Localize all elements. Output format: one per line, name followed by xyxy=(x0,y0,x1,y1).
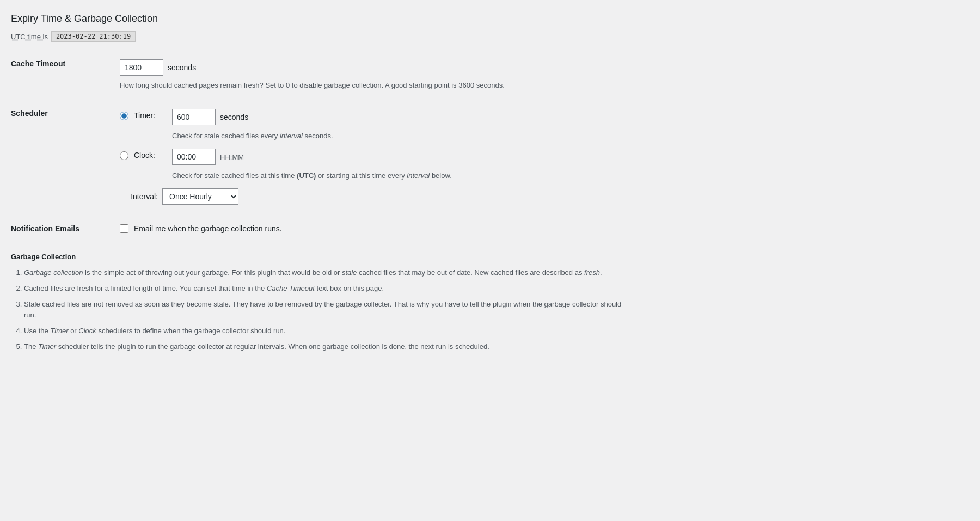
spacer-row-2 xyxy=(11,209,969,220)
notification-row: Email me when the garbage collection run… xyxy=(120,224,963,233)
utc-value: 2023-02-22 21:30:19 xyxy=(51,31,136,42)
spacer-row xyxy=(11,94,969,105)
list-item: Cached files are fresh for a limited len… xyxy=(24,283,623,295)
timer-input[interactable] xyxy=(172,109,216,125)
settings-table: Cache Timeout seconds How long should ca… xyxy=(11,55,969,237)
list-item: Garbage collection is the simple act of … xyxy=(24,267,623,279)
gc-list: Garbage collection is the simple act of … xyxy=(11,267,969,353)
interval-label: Interval: xyxy=(120,192,158,201)
timer-help: Check for stale cached files every inter… xyxy=(172,132,333,140)
clock-help: Check for stale cached files at this tim… xyxy=(172,171,452,180)
cache-timeout-input[interactable] xyxy=(120,59,163,76)
scheduler-section: Timer: seconds Check for stale cached fi… xyxy=(120,109,963,205)
scheduler-content: Timer: seconds Check for stale cached fi… xyxy=(120,105,969,209)
timer-label: Timer: xyxy=(134,109,167,120)
clock-content: HH:MM Check for stale cached files at th… xyxy=(172,149,452,180)
interval-select[interactable]: Once Hourly Twice Daily Daily Weekly xyxy=(162,188,238,205)
page-title: Expiry Time & Garbage Collection xyxy=(11,13,969,24)
notification-emails-row: Notification Emails Email me when the ga… xyxy=(11,220,969,237)
notification-checkbox-label: Email me when the garbage collection run… xyxy=(134,224,282,233)
timer-option: Timer: seconds Check for stale cached fi… xyxy=(120,109,963,140)
interval-row: Interval: Once Hourly Twice Daily Daily … xyxy=(120,188,963,205)
timer-radio[interactable] xyxy=(120,112,128,120)
timer-input-row: seconds xyxy=(172,109,333,125)
clock-option: Clock: HH:MM Check for stale cached file… xyxy=(120,149,963,180)
cache-timeout-label: Cache Timeout xyxy=(11,55,120,94)
cache-timeout-help: How long should cached pages remain fres… xyxy=(120,81,610,89)
cache-timeout-unit: seconds xyxy=(168,63,196,72)
notification-emails-label: Notification Emails xyxy=(11,220,120,237)
scheduler-label: Scheduler xyxy=(11,105,120,209)
timer-unit: seconds xyxy=(220,113,248,121)
notification-checkbox[interactable] xyxy=(120,224,128,233)
timer-content: seconds Check for stale cached files eve… xyxy=(172,109,333,140)
cache-timeout-content: seconds How long should cached pages rem… xyxy=(120,55,969,94)
gc-section-title: Garbage Collection xyxy=(11,253,969,261)
list-item: Use the Timer or Clock schedulers to def… xyxy=(24,326,623,337)
list-item: Stale cached files are not removed as so… xyxy=(24,299,623,322)
utc-time-row: UTC time is 2023-02-22 21:30:19 xyxy=(11,31,969,42)
clock-radio[interactable] xyxy=(120,151,128,160)
list-item: The Timer scheduler tells the plugin to … xyxy=(24,341,623,353)
scheduler-row: Scheduler Timer: seconds Check for stale… xyxy=(11,105,969,209)
cache-timeout-input-row: seconds xyxy=(120,59,963,76)
clock-input-row: HH:MM xyxy=(172,149,452,165)
clock-format-label: HH:MM xyxy=(220,153,244,161)
clock-input[interactable] xyxy=(172,149,216,165)
notification-emails-content: Email me when the garbage collection run… xyxy=(120,220,969,237)
garbage-collection-section: Garbage Collection Garbage collection is… xyxy=(11,253,969,353)
clock-label: Clock: xyxy=(134,149,167,160)
utc-label: UTC time is xyxy=(11,33,48,41)
cache-timeout-row: Cache Timeout seconds How long should ca… xyxy=(11,55,969,94)
